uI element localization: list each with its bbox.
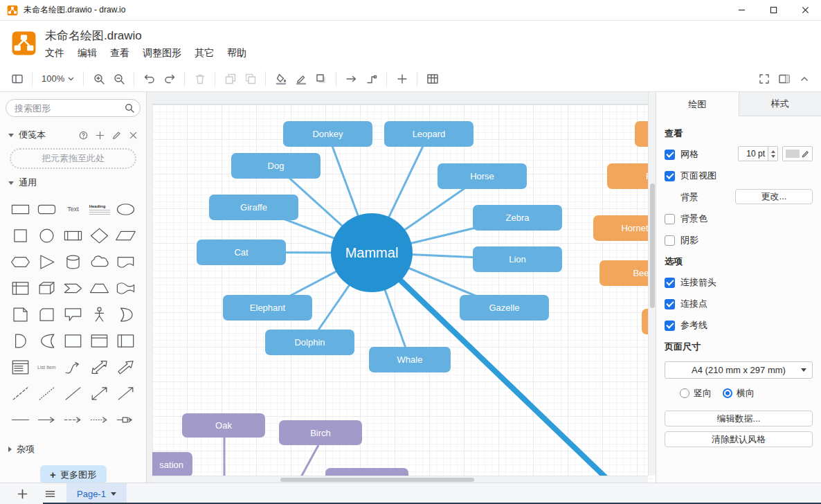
shape-list[interactable] bbox=[7, 354, 33, 380]
maximize-button[interactable] bbox=[757, 0, 789, 20]
diagram-node-hornet[interactable]: Hornet bbox=[593, 215, 656, 241]
vertical-scrollbar[interactable] bbox=[648, 92, 656, 476]
shape-callout[interactable] bbox=[60, 301, 86, 327]
help-icon[interactable] bbox=[79, 131, 88, 140]
background-color-checkbox[interactable] bbox=[665, 214, 675, 224]
shape-link-edge[interactable] bbox=[33, 406, 60, 433]
diagram-node-oak[interactable]: Oak bbox=[182, 413, 265, 438]
diagram-node-birch[interactable]: Birch bbox=[279, 420, 362, 445]
diagram-node-dog[interactable]: Dog bbox=[231, 153, 321, 179]
shape-and[interactable] bbox=[7, 327, 33, 354]
shape-horizontal-container[interactable] bbox=[87, 327, 113, 354]
horizontal-scrollbar-thumb[interactable] bbox=[280, 478, 474, 482]
shape-dashed-edge[interactable] bbox=[60, 406, 86, 433]
diagram-node-donkey[interactable]: Donkey bbox=[283, 121, 372, 147]
vertical-scrollbar-thumb[interactable] bbox=[650, 183, 655, 308]
shape-labeled-edge[interactable] bbox=[113, 406, 139, 433]
shadow-checkbox[interactable] bbox=[665, 235, 675, 246]
toolbar-shadow-button[interactable] bbox=[311, 69, 331, 89]
edit-icon[interactable] bbox=[112, 131, 121, 140]
shape-heading[interactable]: Heading bbox=[87, 196, 113, 222]
menu-arrange[interactable]: 调整图形 bbox=[143, 47, 181, 60]
page-view-checkbox[interactable] bbox=[665, 171, 675, 181]
tab-diagram[interactable]: 绘图 bbox=[656, 92, 739, 116]
portrait-radio[interactable]: 竖向 bbox=[680, 387, 712, 399]
edit-data-button[interactable]: 编辑数据... bbox=[665, 411, 813, 426]
search-input[interactable] bbox=[6, 99, 141, 117]
diagram-node-leopard[interactable]: Leopard bbox=[384, 121, 473, 147]
shape-bidirectional-arrow[interactable] bbox=[87, 354, 113, 380]
toolbar-redo-button[interactable] bbox=[159, 69, 179, 89]
shape-vertical-container[interactable] bbox=[113, 327, 139, 354]
landscape-radio[interactable]: 横向 bbox=[723, 387, 755, 399]
shape-curve[interactable] bbox=[60, 354, 86, 380]
diagram-node-bee[interactable]: Bee bbox=[599, 260, 656, 286]
grid-size-stepper[interactable] bbox=[768, 146, 778, 161]
toolbar-fullscreen-button[interactable] bbox=[754, 69, 774, 89]
close-button[interactable] bbox=[789, 0, 821, 20]
shape-actor[interactable] bbox=[87, 301, 113, 327]
diagram-node-horse[interactable]: Horse bbox=[437, 163, 527, 189]
shape-line[interactable] bbox=[60, 380, 86, 406]
add-icon[interactable] bbox=[96, 131, 105, 140]
menu-edit[interactable]: 编辑 bbox=[78, 47, 97, 60]
diagram-node-elephant[interactable]: Elephant bbox=[223, 295, 312, 321]
toolbar-zoom-in-button[interactable] bbox=[89, 69, 109, 89]
toolbar-undo-button[interactable] bbox=[139, 69, 159, 89]
guides-checkbox[interactable] bbox=[665, 321, 675, 331]
toolbar-connection-button[interactable] bbox=[341, 69, 361, 89]
toolbar-panel-toggle-button[interactable] bbox=[7, 69, 27, 89]
shape-internal-storage[interactable] bbox=[7, 275, 33, 301]
shape-text[interactable]: Text bbox=[60, 196, 86, 222]
shape-arrow[interactable] bbox=[113, 354, 139, 380]
shape-dotted-edge[interactable] bbox=[87, 406, 113, 433]
zoom-level-dropdown[interactable]: 100% bbox=[37, 69, 78, 89]
clear-default-style-button[interactable]: 清除默认风格 bbox=[665, 431, 813, 447]
shape-card[interactable] bbox=[33, 301, 60, 327]
menu-view[interactable]: 查看 bbox=[110, 47, 129, 60]
diagram-canvas[interactable]: DonkeyLeopardDogHorseGiraffeZebraCatLion… bbox=[152, 92, 656, 483]
diagram-node-giraffe[interactable]: Giraffe bbox=[209, 195, 298, 220]
close-icon[interactable] bbox=[129, 131, 138, 140]
shape-step[interactable] bbox=[60, 275, 86, 301]
tab-style[interactable]: 样式 bbox=[739, 92, 821, 116]
diagram-node-whale[interactable]: Whale bbox=[369, 347, 451, 372]
shape-filled-edge[interactable] bbox=[7, 406, 33, 433]
shape-cloud[interactable] bbox=[87, 249, 113, 275]
shape-tape[interactable] bbox=[113, 275, 139, 301]
scratchpad-section-header[interactable]: 便笺本 bbox=[0, 123, 146, 145]
shape-cylinder[interactable] bbox=[60, 249, 86, 275]
menu-extras[interactable]: 其它 bbox=[195, 47, 214, 60]
toolbar-fill-color-button[interactable] bbox=[271, 69, 291, 89]
shape-directional-connector[interactable] bbox=[113, 380, 139, 406]
toolbar-waypoints-button[interactable] bbox=[361, 69, 381, 89]
scratchpad-dropzone[interactable]: 把元素拖至此处 bbox=[10, 148, 136, 169]
shape-hexagon[interactable] bbox=[7, 249, 33, 275]
misc-section-header[interactable]: 杂项 bbox=[0, 437, 146, 460]
toolbar-insert-button[interactable] bbox=[392, 69, 412, 89]
pages-menu-button[interactable] bbox=[42, 485, 58, 502]
shape-process[interactable] bbox=[60, 222, 86, 249]
shape-dotted-line[interactable] bbox=[33, 380, 60, 406]
shape-bidirectional-connector[interactable] bbox=[87, 380, 113, 406]
minimize-button[interactable] bbox=[725, 0, 757, 20]
diagram-node-dolphin[interactable]: Dolphin bbox=[265, 330, 354, 355]
add-page-button[interactable] bbox=[14, 485, 30, 502]
diagram-node-cat[interactable]: Cat bbox=[197, 240, 286, 265]
horizontal-scrollbar[interactable] bbox=[152, 476, 648, 483]
connection-points-checkbox[interactable] bbox=[665, 299, 675, 309]
change-background-button[interactable]: 更改... bbox=[735, 189, 813, 204]
shape-cube[interactable] bbox=[33, 275, 60, 301]
shape-document[interactable] bbox=[113, 249, 139, 275]
shape-ellipse[interactable] bbox=[113, 196, 139, 222]
shape-diamond[interactable] bbox=[87, 222, 113, 249]
shape-circle[interactable] bbox=[33, 222, 60, 249]
toolbar-line-color-button[interactable] bbox=[291, 69, 311, 89]
shape-parallelogram[interactable] bbox=[113, 222, 139, 249]
shape-rounded-rectangle[interactable] bbox=[33, 196, 60, 222]
page-size-select[interactable]: A4 (210 mm x 297 mm) bbox=[665, 361, 813, 379]
page-tab[interactable]: Page-1 bbox=[66, 483, 127, 504]
shape-trapezoid[interactable] bbox=[87, 275, 113, 301]
diagram-node-zebra[interactable]: Zebra bbox=[473, 205, 562, 231]
shape-square[interactable] bbox=[7, 222, 33, 249]
